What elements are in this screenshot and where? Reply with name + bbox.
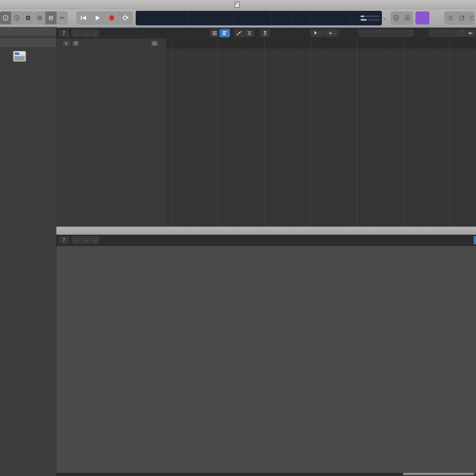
lcd-key[interactable] <box>291 11 310 25</box>
inspector-panel <box>0 27 56 476</box>
track-zoom-preset-button[interactable] <box>151 40 158 47</box>
svg-text:S: S <box>406 16 408 20</box>
menu-view[interactable]: ⌄ <box>90 29 100 37</box>
bar-ruler[interactable] <box>166 38 476 49</box>
drag-dropdown[interactable]: ⌃⌄ <box>428 29 467 37</box>
inspector-toggle-button[interactable]: i <box>0 11 11 24</box>
automation-icon[interactable] <box>234 29 244 37</box>
pointer-tool[interactable]: ⌄ <box>310 29 325 37</box>
view-switch-group <box>209 29 230 37</box>
svg-text:?: ? <box>16 16 18 20</box>
library-toggle-button[interactable] <box>22 11 34 24</box>
transport-group: ⟳ <box>76 11 133 24</box>
browser-button-cut[interactable] <box>468 11 475 24</box>
tracks-menus: ⌄ ⌄ ⌄ <box>71 29 100 37</box>
right-button-group <box>444 11 475 24</box>
catch-content-button[interactable] <box>260 29 270 37</box>
drum-machine-icon[interactable] <box>13 51 26 62</box>
edit-mode-group <box>234 29 255 37</box>
note-pads-button[interactable] <box>456 11 468 24</box>
lcd-locators[interactable] <box>188 11 234 25</box>
add-track-button[interactable]: + <box>63 40 70 47</box>
mixer-menus: ⌄ ⌄ ⌄ <box>71 236 100 244</box>
track-header-column <box>56 49 167 227</box>
go-to-beginning-button[interactable] <box>76 11 91 24</box>
catch-playhead-button[interactable]: ⤴ <box>59 29 69 37</box>
record-button[interactable] <box>105 11 119 24</box>
mixer-menu-options[interactable]: ⌄ <box>81 236 90 244</box>
play-button[interactable] <box>91 11 105 24</box>
lcd-chevron-icon[interactable]: ⌄ <box>383 15 387 21</box>
track-inspector-header[interactable] <box>0 38 56 48</box>
region-inspector-header[interactable] <box>0 27 56 36</box>
lcd-display[interactable] <box>136 11 382 25</box>
arrange-lane-area[interactable] <box>166 49 476 227</box>
mixer-back-button[interactable]: ⤴ <box>59 236 69 244</box>
view-button-group: ✂ <box>34 11 68 24</box>
menu-functions[interactable]: ⌄ <box>81 29 90 37</box>
waveform-zoom-button[interactable] <box>465 29 476 37</box>
document-icon <box>235 1 239 8</box>
count-in-button[interactable] <box>415 11 429 24</box>
track-icon-row[interactable] <box>0 48 56 65</box>
grid-view-icon[interactable] <box>209 29 220 37</box>
mixer-toggle-button[interactable] <box>45 11 57 24</box>
snap-dropdown[interactable]: ⌃⌄ <box>358 29 414 37</box>
mixer-filter-cut[interactable] <box>474 236 476 244</box>
list-view-icon[interactable] <box>220 29 230 37</box>
solo-button[interactable]: S <box>402 11 413 24</box>
lcd-time-position[interactable] <box>136 11 188 25</box>
editors-scissors-button[interactable]: ✂ <box>57 11 68 24</box>
lcd-performance[interactable] <box>350 11 382 25</box>
cycle-button[interactable]: ⟳ <box>119 11 133 24</box>
menu-edit[interactable]: ⌄ <box>71 29 81 37</box>
master-mute-shield-button[interactable] <box>391 11 402 24</box>
svg-text:i: i <box>5 16 6 20</box>
left-button-group: i ? <box>0 11 34 24</box>
pane-splitter[interactable] <box>56 227 476 235</box>
lcd-io[interactable] <box>310 11 350 25</box>
quick-help-button[interactable]: ? <box>11 11 22 24</box>
control-bar: i ? ✂ ⟳ <box>0 9 476 27</box>
hd-meter <box>361 19 380 21</box>
secondary-tool[interactable]: ⌄ <box>325 29 340 37</box>
tracks-toolbar: ⤴ ⌄ ⌄ ⌄ ⌄ ⌄ ⌃⌄ ⌃⌄ <box>56 28 476 39</box>
cpu-meter <box>361 16 380 17</box>
mixer-menu-view[interactable]: ⌄ <box>90 236 100 244</box>
smart-controls-button[interactable] <box>34 11 45 24</box>
list-editors-button[interactable] <box>444 11 456 24</box>
lcd-tempo[interactable] <box>234 11 271 25</box>
tool-menus: ⌄ ⌄ <box>310 29 340 37</box>
mixer-h-scrollbar[interactable] <box>403 473 475 475</box>
master-buttons-group: S <box>391 11 413 24</box>
duplicate-track-button[interactable] <box>72 40 79 47</box>
lcd-time-signature[interactable] <box>271 11 291 25</box>
mixer-menu-edit[interactable]: ⌄ <box>71 236 81 244</box>
window-titlebar <box>0 0 476 9</box>
track-header-controls: + <box>56 38 167 49</box>
mixer-strip-area <box>56 246 476 473</box>
mixer-toolbar: ⤴ ⌄ ⌄ ⌄ <box>56 235 476 246</box>
flex-icon[interactable] <box>244 29 255 37</box>
